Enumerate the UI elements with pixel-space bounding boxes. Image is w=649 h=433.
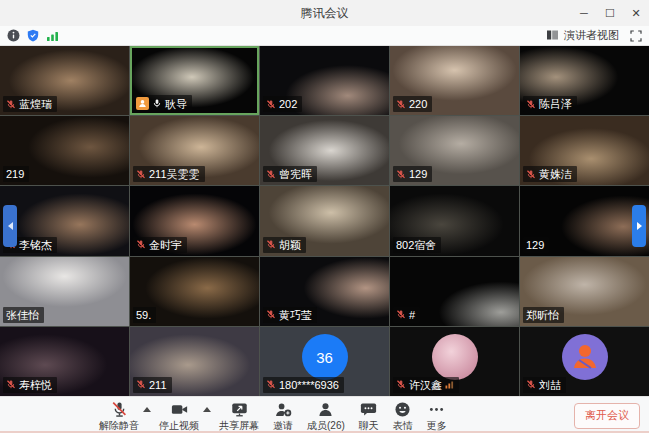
info-icon[interactable] bbox=[7, 29, 20, 42]
participant-name: 219 bbox=[6, 168, 24, 180]
participant-avatar: 36 bbox=[302, 334, 348, 380]
participant-tile[interactable]: 金时宇 bbox=[130, 186, 259, 255]
participant-tile[interactable]: 802宿舍 bbox=[390, 186, 519, 255]
meeting-window: 腾讯会议 ─ ☐ ✕ 演讲者视图 蓝煌瑞耿导202220陈吕泽219211吴雯雯… bbox=[0, 0, 649, 433]
participant-name: 黄巧莹 bbox=[279, 309, 312, 321]
participant-label: 许汉鑫 bbox=[393, 377, 459, 393]
toolbar-button-label: 成员(26) bbox=[307, 419, 345, 433]
view-switcher[interactable]: 演讲者视图 bbox=[546, 27, 642, 45]
mic-muted-icon bbox=[526, 169, 536, 180]
participant-tile[interactable]: 黄姝洁 bbox=[520, 116, 649, 185]
minimize-button[interactable]: ─ bbox=[571, 0, 597, 26]
participant-label: 陈吕泽 bbox=[523, 96, 577, 112]
toolbar-button-label: 共享屏幕 bbox=[219, 419, 259, 433]
toolbar-button-label: 表情 bbox=[393, 419, 413, 433]
stop-video-options-chevron[interactable] bbox=[203, 407, 211, 412]
participant-tile[interactable]: 211吴雯雯 bbox=[130, 116, 259, 185]
more-button[interactable]: 更多 bbox=[420, 397, 454, 433]
toolbar-button-label: 停止视频 bbox=[159, 419, 199, 433]
participant-name: 211吴雯雯 bbox=[149, 168, 200, 180]
participant-name: 黄姝洁 bbox=[539, 168, 572, 180]
participant-label: 211吴雯雯 bbox=[133, 166, 205, 182]
participant-tile[interactable]: 220 bbox=[390, 46, 519, 115]
close-button[interactable]: ✕ bbox=[623, 0, 649, 26]
participant-name: 郑昕怡 bbox=[526, 309, 559, 321]
participant-label: 219 bbox=[3, 166, 29, 182]
fullscreen-icon[interactable] bbox=[630, 30, 642, 42]
participant-tile[interactable]: 211 bbox=[130, 327, 259, 396]
participant-label: 曾宪晖 bbox=[263, 166, 317, 182]
participant-tile[interactable]: 129 bbox=[390, 116, 519, 185]
participant-tile[interactable]: 胡颖 bbox=[260, 186, 389, 255]
stop-video-button[interactable]: 停止视频 bbox=[152, 397, 206, 433]
participant-label: 黄巧莹 bbox=[263, 307, 317, 323]
participant-name: 202 bbox=[279, 98, 297, 110]
mic-on-icon bbox=[152, 98, 162, 109]
participant-name: 802宿舍 bbox=[396, 239, 436, 251]
participant-label: 180****6936 bbox=[263, 377, 344, 393]
participant-tile[interactable]: 蓝煌瑞 bbox=[0, 46, 129, 115]
participant-tile[interactable]: # bbox=[390, 257, 519, 326]
participant-tile[interactable]: 曾宪晖 bbox=[260, 116, 389, 185]
participant-label: 202 bbox=[263, 96, 302, 112]
participant-label: 220 bbox=[393, 96, 432, 112]
unmute-button[interactable]: 解除静音 bbox=[92, 397, 146, 433]
participant-tile[interactable]: 129 bbox=[520, 186, 649, 255]
participant-tile[interactable]: 郑昕怡 bbox=[520, 257, 649, 326]
mic-muted-icon bbox=[266, 99, 276, 110]
participant-label: 黄姝洁 bbox=[523, 166, 577, 182]
next-page-arrow[interactable] bbox=[632, 205, 646, 247]
participant-tile[interactable]: 李铭杰 bbox=[0, 186, 129, 255]
participant-tile[interactable]: 耿导 bbox=[130, 46, 259, 115]
participant-name: 张佳怡 bbox=[6, 309, 39, 321]
participant-label: 802宿舍 bbox=[393, 237, 441, 253]
mic-muted-icon bbox=[396, 379, 406, 390]
chat-button[interactable]: 聊天 bbox=[352, 397, 386, 433]
toolbar-button-label: 更多 bbox=[427, 419, 447, 433]
view-mode-label[interactable]: 演讲者视图 bbox=[564, 28, 619, 43]
participant-tile[interactable]: 219 bbox=[0, 116, 129, 185]
share-screen-button[interactable]: 共享屏幕 bbox=[212, 397, 266, 433]
participant-label: 刘喆 bbox=[523, 377, 566, 393]
participant-tile[interactable]: 59. bbox=[130, 257, 259, 326]
title-bar: 腾讯会议 ─ ☐ ✕ bbox=[0, 0, 649, 26]
participant-label: 金时宇 bbox=[133, 237, 187, 253]
participant-tile[interactable]: 黄巧莹 bbox=[260, 257, 389, 326]
emoji-button[interactable]: 表情 bbox=[386, 397, 420, 433]
emoji-icon bbox=[393, 400, 412, 419]
share-screen-icon bbox=[230, 400, 249, 419]
invite-button[interactable]: 邀请 bbox=[266, 397, 300, 433]
mic-muted-icon bbox=[396, 99, 406, 110]
participant-tile[interactable]: 202 bbox=[260, 46, 389, 115]
window-controls: ─ ☐ ✕ bbox=[571, 0, 649, 26]
participant-tile[interactable]: 刘喆 bbox=[520, 327, 649, 396]
participant-tile[interactable]: 36180****6936 bbox=[260, 327, 389, 396]
invite-icon bbox=[274, 400, 293, 419]
maximize-button[interactable]: ☐ bbox=[597, 0, 623, 26]
members-icon bbox=[316, 400, 335, 419]
participant-tile[interactable]: 陈吕泽 bbox=[520, 46, 649, 115]
members-button[interactable]: 成员(26) bbox=[300, 397, 352, 433]
participant-avatar bbox=[432, 334, 478, 380]
mic-muted-icon bbox=[266, 169, 276, 180]
unmute-options-chevron[interactable] bbox=[143, 407, 151, 412]
participant-label: 郑昕怡 bbox=[523, 307, 564, 323]
participant-tile[interactable]: 许汉鑫 bbox=[390, 327, 519, 396]
participant-tile[interactable]: 张佳怡 bbox=[0, 257, 129, 326]
participant-name: 220 bbox=[409, 98, 427, 110]
participant-name: 129 bbox=[409, 168, 427, 180]
participant-tile[interactable]: 寿梓悦 bbox=[0, 327, 129, 396]
participant-label: 129 bbox=[393, 166, 432, 182]
mic-muted-icon bbox=[6, 99, 16, 110]
mic-muted-icon bbox=[396, 169, 406, 180]
chat-icon bbox=[359, 400, 378, 419]
layout-icon bbox=[546, 27, 559, 45]
camera-icon bbox=[170, 400, 189, 419]
shield-icon[interactable] bbox=[27, 29, 39, 42]
participant-name: 寿梓悦 bbox=[19, 379, 52, 391]
participant-name: 胡颖 bbox=[279, 239, 301, 251]
previous-page-arrow[interactable] bbox=[3, 205, 17, 247]
leave-meeting-button[interactable]: 离开会议 bbox=[574, 403, 640, 429]
participant-label: 蓝煌瑞 bbox=[3, 96, 57, 112]
mic-muted-icon bbox=[110, 400, 129, 419]
